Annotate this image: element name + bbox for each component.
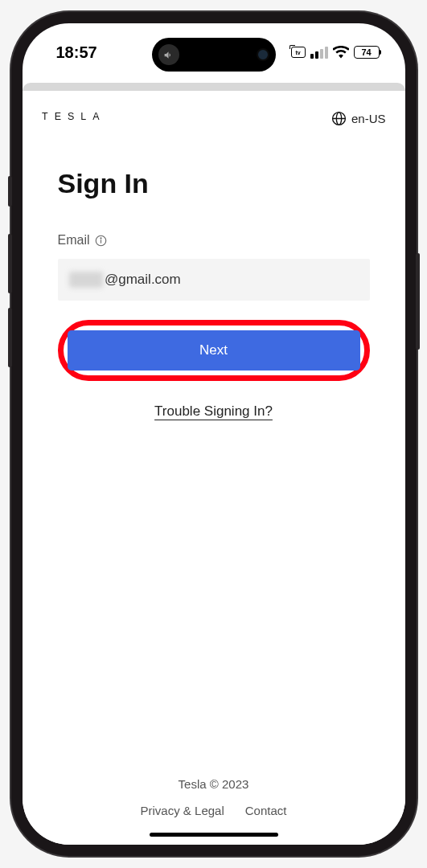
app-header: TESLA en-US (42, 108, 386, 128)
copyright: Tesla © 2023 (42, 777, 386, 791)
side-button-vol-down (8, 308, 12, 367)
email-domain: @gmail.com (105, 272, 181, 287)
carrier-indicator-icon: tv (291, 47, 306, 58)
page-title: Sign In (58, 168, 370, 199)
email-label: Email (58, 233, 90, 248)
info-icon[interactable] (95, 235, 107, 247)
status-time: 18:57 (56, 43, 97, 61)
tesla-logo: TESLA (42, 108, 145, 128)
privacy-link[interactable]: Privacy & Legal (141, 804, 224, 817)
globe-icon (331, 111, 347, 126)
phone-frame: 18:57 tv 74 TESLA en-US (11, 12, 417, 856)
wifi-icon (333, 46, 349, 59)
side-button-power (416, 253, 420, 350)
screen: 18:57 tv 74 TESLA en-US (23, 23, 405, 845)
battery-indicator: 74 (354, 46, 380, 59)
camera-icon (257, 48, 269, 61)
svg-point-6 (101, 237, 101, 238)
trouble-signing-in-link[interactable]: Trouble Signing In? (58, 403, 370, 420)
email-masked-local: xxxxx (69, 272, 104, 288)
content-area: TESLA en-US Sign In Email xxxxx@gmail.co… (23, 91, 405, 845)
home-indicator[interactable] (150, 833, 278, 837)
sign-in-form: Sign In Email xxxxx@gmail.com Next Troub… (42, 168, 386, 420)
contact-link[interactable]: Contact (245, 804, 287, 817)
cell-signal-icon (310, 47, 328, 59)
side-button-silent (8, 176, 12, 207)
language-selector[interactable]: en-US (331, 111, 386, 126)
annotation-highlight: Next (58, 320, 370, 381)
svg-text:TESLA: TESLA (42, 111, 106, 122)
dynamic-island (152, 38, 276, 72)
speaker-icon (158, 44, 179, 65)
next-button[interactable]: Next (68, 330, 360, 371)
side-button-vol-up (8, 234, 12, 293)
email-label-row: Email (58, 233, 370, 248)
language-label: en-US (351, 112, 386, 125)
sheet-handle (23, 83, 405, 91)
email-field[interactable]: xxxxx@gmail.com (58, 259, 370, 301)
